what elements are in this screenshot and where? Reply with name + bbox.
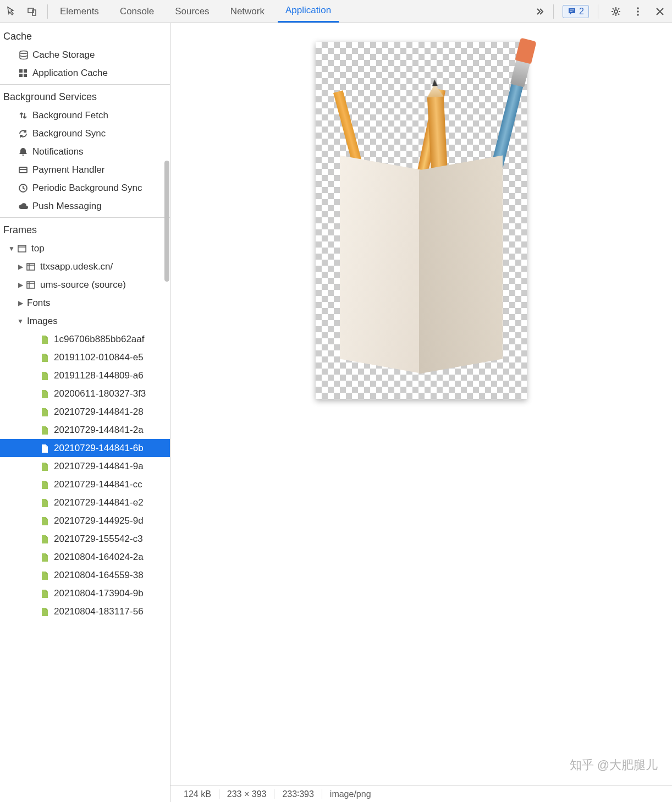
toolbar-right: 2 xyxy=(549,3,669,20)
sidebar-item-background-sync[interactable]: Background Sync xyxy=(0,124,170,142)
grid-icon xyxy=(16,68,30,78)
file-icon xyxy=(40,552,51,562)
sidebar-item-application-cache[interactable]: Application Cache xyxy=(0,64,170,82)
image-file-item[interactable]: 20210804-183117-56 xyxy=(0,602,170,620)
image-file-item[interactable]: 20200611-180327-3f3 xyxy=(0,384,170,403)
svg-point-5 xyxy=(637,14,639,16)
top-label: top xyxy=(29,243,45,254)
image-file-item[interactable]: 20210804-173904-9b xyxy=(0,584,170,602)
tab-application[interactable]: Application xyxy=(278,0,339,23)
image-preview-pane: 知乎 @大肥腿儿 124 kB 233 × 393 233∶393 image/… xyxy=(170,23,672,802)
file-icon xyxy=(40,334,51,344)
settings-button[interactable] xyxy=(607,3,625,20)
svg-point-4 xyxy=(637,10,639,13)
chevron-double-right-icon xyxy=(536,7,544,16)
svg-point-2 xyxy=(614,10,618,13)
file-icon xyxy=(40,516,51,526)
sidebar-item-payment-handler[interactable]: Payment Handler xyxy=(0,161,170,179)
image-file-item[interactable]: 20210729-144841-cc xyxy=(0,475,170,493)
file-icon xyxy=(40,498,51,508)
node-label: Fonts xyxy=(24,298,51,309)
message-icon xyxy=(568,7,576,16)
file-icon xyxy=(40,607,51,617)
updown-icon xyxy=(16,111,30,120)
sidebar-item-periodic-background-sync[interactable]: Periodic Background Sync xyxy=(0,179,170,197)
file-icon xyxy=(40,534,51,544)
tab-network[interactable]: Network xyxy=(223,1,272,22)
frame-node-fonts[interactable]: ▶Fonts xyxy=(0,294,170,312)
file-icon xyxy=(40,589,51,598)
svg-rect-9 xyxy=(24,74,27,77)
disclosure-icon: ▶ xyxy=(16,299,24,307)
image-file-item[interactable]: 20210729-144841-e2 xyxy=(0,493,170,512)
file-name: 20210729-144841-6b xyxy=(54,443,144,454)
sidebar-item-notifications[interactable]: Notifications xyxy=(0,142,170,161)
file-name: 20210729-144841-cc xyxy=(54,479,142,490)
image-file-item[interactable]: 1c96706b885bb62aaf xyxy=(0,330,170,348)
gear-icon xyxy=(610,6,621,17)
kebab-icon xyxy=(633,7,643,17)
frames-top-node[interactable]: ▼ top xyxy=(0,239,170,257)
node-label: ums-source (source) xyxy=(37,279,126,290)
device-icon xyxy=(26,6,37,17)
close-devtools-button[interactable] xyxy=(651,3,669,20)
frame-node-images[interactable]: ▼Images xyxy=(0,312,170,330)
application-sidebar: Cache Cache StorageApplication Cache Bac… xyxy=(0,23,170,802)
file-name: 20210729-144841-e2 xyxy=(54,497,144,508)
close-icon xyxy=(655,7,665,17)
device-toggle-button[interactable] xyxy=(23,3,41,20)
item-label: Periodic Background Sync xyxy=(30,183,142,194)
image-file-item[interactable]: 20210729-144841-6b xyxy=(0,439,170,457)
status-size: 124 kB xyxy=(176,789,219,799)
image-file-item[interactable]: 20210804-164024-2a xyxy=(0,548,170,566)
file-name: 1c96706b885bb62aaf xyxy=(54,334,145,345)
inspect-icon xyxy=(7,6,18,17)
preview-status-bar: 124 kB 233 × 393 233∶393 image/png xyxy=(170,785,672,802)
sidebar-item-push-messaging[interactable]: Push Messaging xyxy=(0,197,170,215)
bell-icon xyxy=(16,147,30,157)
toolbar-divider xyxy=(598,4,598,19)
file-icon xyxy=(40,570,51,580)
more-tabs-button[interactable] xyxy=(531,3,549,20)
frame-node-ttxsapp-udesk-cn-[interactable]: ▶ttxsapp.udesk.cn/ xyxy=(0,257,170,276)
file-icon xyxy=(40,353,51,362)
inspect-element-button[interactable] xyxy=(3,3,21,20)
node-label: Images xyxy=(24,316,58,327)
item-label: Background Sync xyxy=(30,128,106,139)
more-options-button[interactable] xyxy=(629,3,647,20)
image-file-item[interactable]: 20210729-144841-28 xyxy=(0,403,170,421)
file-name: 20210804-173904-9b xyxy=(54,588,144,599)
svg-rect-13 xyxy=(27,263,35,270)
item-label: Notifications xyxy=(30,146,84,157)
image-file-item[interactable]: 20191102-010844-e5 xyxy=(0,348,170,366)
image-file-item[interactable]: 20210729-144925-9d xyxy=(0,512,170,530)
image-file-item[interactable]: 20191128-144809-a6 xyxy=(0,366,170,384)
image-file-item[interactable]: 20210804-164559-38 xyxy=(0,566,170,584)
svg-rect-14 xyxy=(27,282,35,288)
sidebar-item-background-fetch[interactable]: Background Fetch xyxy=(0,106,170,124)
file-name: 20191102-010844-e5 xyxy=(54,352,144,363)
tab-elements[interactable]: Elements xyxy=(52,1,107,22)
console-messages-badge[interactable]: 2 xyxy=(563,5,589,18)
section-header-cache: Cache xyxy=(0,26,170,46)
scrollbar-thumb[interactable] xyxy=(164,161,169,282)
sidebar-item-cache-storage[interactable]: Cache Storage xyxy=(0,46,170,64)
image-preview xyxy=(316,42,527,399)
frame-node-ums-source-source-[interactable]: ▶ums-source (source) xyxy=(0,276,170,294)
file-icon xyxy=(40,407,51,417)
svg-rect-10 xyxy=(19,167,27,173)
chevron-down-icon: ▼ xyxy=(8,245,15,252)
svg-rect-8 xyxy=(19,74,23,77)
image-file-item[interactable]: 20210729-155542-c3 xyxy=(0,530,170,548)
devtools-tabs: ElementsConsoleSourcesNetworkApplication xyxy=(52,0,531,23)
image-file-item[interactable]: 20210729-144841-2a xyxy=(0,421,170,439)
file-name: 20210804-164024-2a xyxy=(54,552,144,563)
image-file-item[interactable]: 20210729-144841-9a xyxy=(0,457,170,475)
watermark-text: 知乎 @大肥腿儿 xyxy=(570,757,658,773)
section-header-frames: Frames xyxy=(0,220,170,239)
tab-sources[interactable]: Sources xyxy=(167,1,217,22)
main-area: Cache Cache StorageApplication Cache Bac… xyxy=(0,23,672,802)
item-label: Background Fetch xyxy=(30,110,108,121)
item-label: Push Messaging xyxy=(30,201,102,212)
tab-console[interactable]: Console xyxy=(112,1,162,22)
